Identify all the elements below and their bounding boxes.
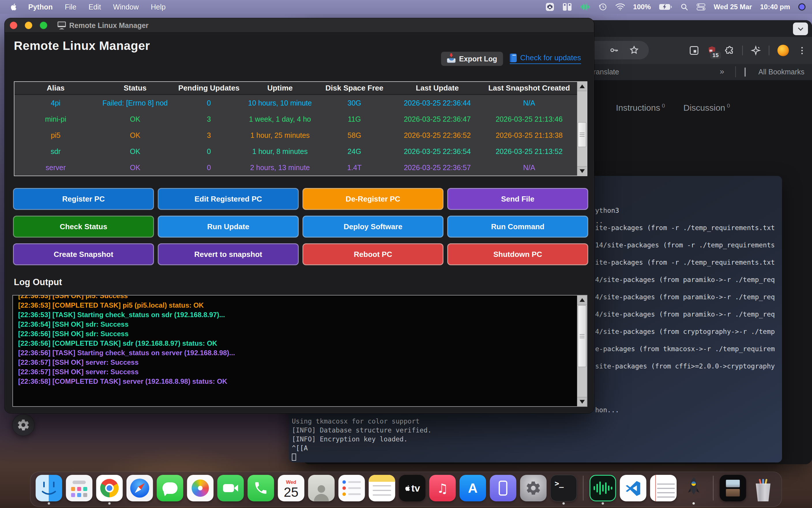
dock-icon-screenshots[interactable] [720,475,746,505]
dock-icon-music[interactable]: ♫ [429,475,456,505]
dock-icon-notes[interactable] [369,475,395,505]
dock-icon-calendar[interactable]: Wed25 [278,475,304,505]
send-file-button[interactable]: Send File [448,189,587,209]
table-row-pi5[interactable]: pi5OK31 hour, 25 minutes58G2026-03-25 22… [14,127,577,143]
audio-waveform-icon[interactable] [580,3,591,11]
sparkle-icon[interactable] [751,44,761,57]
dock-icon-settings[interactable] [520,475,547,505]
shield-app-icon[interactable] [546,3,554,11]
export-tray-icon [447,55,456,63]
tab-search-button[interactable] [793,23,808,35]
dock-icon-messages[interactable] [157,475,183,505]
minimize-button[interactable] [25,22,32,29]
reboot-pc-button[interactable]: Reboot PC [303,244,443,264]
time-machine-icon[interactable] [599,3,607,11]
log-scrollbar[interactable] [577,296,587,406]
battery-icon[interactable] [659,3,672,10]
run-update-button[interactable]: Run Update [159,216,298,237]
create-snapshot-button[interactable]: Create Snapshot [14,244,153,264]
zoom-button[interactable] [40,22,47,29]
settings-gear-button[interactable] [12,414,35,436]
control-center-icon[interactable] [696,3,706,11]
dock-icon-terminal[interactable]: >_ [551,475,577,505]
dock-icon-photos[interactable] [187,475,214,505]
column-header-alias[interactable]: Alias [14,84,97,92]
page-tab-instructions[interactable]: Instructions0 [616,102,665,113]
bookmark-translate[interactable]: ranslate [593,68,619,76]
dock-icon-appletv[interactable]: tv [399,475,426,505]
pc-table[interactable]: AliasStatusPending UpdatesUptimeDisk Spa… [14,81,587,176]
export-log-button[interactable]: Export Log [441,52,503,66]
log-line: [22:36:53] [TASK] Starting check_status … [18,310,587,320]
extensions-icon[interactable] [725,44,734,57]
scroll-up-arrow[interactable] [577,296,587,305]
apple-logo-icon[interactable] [10,3,17,11]
dock-icon-launchpad[interactable] [66,475,93,505]
all-bookmarks-button[interactable]: All Bookmarks [758,68,805,76]
dock-icon-iphone-mirroring[interactable] [490,475,516,505]
edit-registered-pc-button[interactable]: Edit Registered PC [159,189,298,209]
dock-icon-contacts[interactable] [308,475,335,505]
sidebar-icon[interactable] [689,44,699,57]
shutdown-pc-button[interactable]: Shutdown PC [448,244,587,264]
check-for-updates-link[interactable]: Check for updates [510,53,581,64]
scroll-up-arrow[interactable] [577,82,587,91]
cell-status: Failed: [Errno 8] nod [97,99,173,107]
deploy-software-button[interactable]: Deploy Software [303,216,443,237]
de-register-pc-button[interactable]: De-Register PC [303,189,443,209]
menu-file[interactable]: File [65,3,76,11]
cell-alias: sdr [14,147,97,156]
table-row-server[interactable]: serverOK02 hours, 13 minute1.4T2026-03-2… [14,160,577,176]
dock-icon-trash[interactable] [750,475,776,505]
dock-icon-chrome[interactable] [96,475,123,505]
check-status-button[interactable]: Check Status [14,216,153,237]
dock-icon-phone[interactable] [248,475,274,505]
menu-edit[interactable]: Edit [89,3,101,11]
column-header-uptime[interactable]: Uptime [245,84,315,92]
password-key-icon[interactable] [609,44,619,56]
bookmark-star-icon[interactable] [629,44,639,56]
phone-icon [248,475,274,501]
display-pair-icon[interactable] [562,3,572,11]
log-output-box[interactable]: [22:36:53] [SSH OK] pi5: Success[22:36:5… [12,295,587,407]
scroll-down-arrow[interactable] [577,397,587,406]
revert-to-snapshot-button[interactable]: Revert to snapshot [159,244,298,264]
menu-python[interactable]: Python [28,3,53,11]
run-command-button[interactable]: Run Command [448,216,587,237]
trash-icon [750,475,776,501]
column-header-pending-updates[interactable]: Pending Updates [173,84,245,92]
menu-dots-icon[interactable] [797,44,807,57]
dock-icon-facetime[interactable] [217,475,244,505]
table-row-4pi[interactable]: 4piFailed: [Errno 8] nod010 hours, 10 mi… [14,95,577,111]
dock-icon-finder[interactable] [36,475,62,505]
dock-icon-appstore[interactable]: A [460,475,486,505]
scrollbar-thumb[interactable] [578,122,586,147]
shield-badge-icon[interactable]: 15 [707,44,717,57]
column-header-last-snapshot-created[interactable]: Last Snapshot Created [481,84,577,92]
menu-window[interactable]: Window [113,3,139,11]
profile-dot-icon[interactable] [798,3,806,11]
column-header-disk-space-free[interactable]: Disk Space Free [315,84,393,92]
page-tab-discussion[interactable]: Discussion0 [683,102,730,113]
wifi-icon[interactable] [615,3,625,11]
column-header-status[interactable]: Status [97,84,173,92]
scrollbar-thumb[interactable] [578,305,586,367]
avatar-icon[interactable] [777,44,789,57]
table-row-mini-pi[interactable]: mini-piOK31 week, 1 day, 4 ho11G2026-03-… [14,111,577,127]
window-titlebar[interactable]: Remote Linux Manager [5,18,594,33]
close-button[interactable] [10,22,17,29]
dock-icon-voice-app[interactable] [590,475,616,505]
scroll-down-arrow[interactable] [577,166,587,176]
table-scrollbar[interactable] [577,82,587,176]
register-pc-button[interactable]: Register PC [14,189,153,209]
dock-icon-vscode[interactable] [620,475,646,505]
dock-icon-textedit[interactable] [650,475,677,505]
spotlight-icon[interactable] [680,3,688,11]
dock-icon-python-launcher[interactable] [681,475,707,505]
dock-icon-reminders[interactable] [339,475,365,505]
column-header-last-update[interactable]: Last Update [393,84,481,92]
menu-help[interactable]: Help [151,3,166,11]
table-row-sdr[interactable]: sdrOK01 hour, 8 minutes24G2026-03-25 22:… [14,143,577,160]
dock-icon-safari[interactable] [127,475,153,505]
bookmarks-overflow-chevrons[interactable]: » [720,67,724,76]
